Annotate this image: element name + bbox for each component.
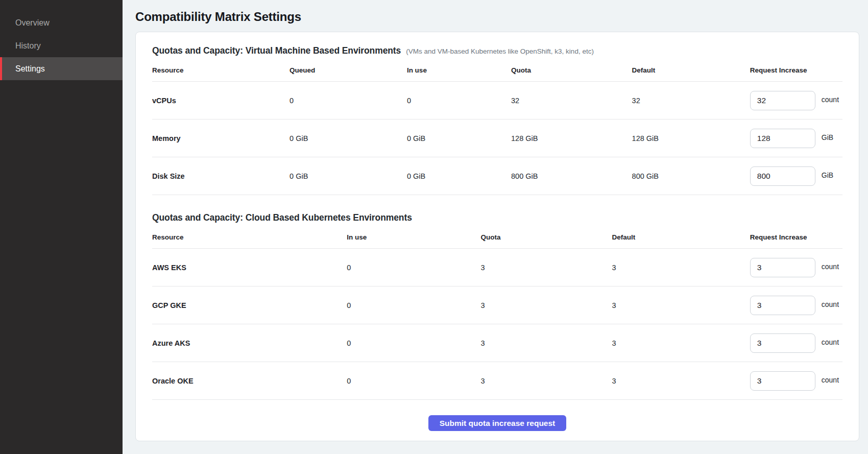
table-row-aws-eks: AWS EKS 0 3 3 count [152, 249, 842, 286]
cell-in-use: 0 GiB [407, 134, 511, 142]
azure-aks-request-input[interactable] [750, 333, 815, 353]
unit-label: count [822, 300, 839, 308]
column-header-queued: Queued [290, 63, 407, 81]
cell-request-increase: count [750, 296, 842, 315]
cell-queued: 0 GiB [290, 172, 407, 180]
cell-quota: 32 [511, 97, 632, 105]
submit-quota-increase-button[interactable]: Submit quota increase request [428, 415, 567, 431]
unit-label: count [822, 338, 839, 346]
column-header-resource: Resource [152, 230, 347, 248]
cloud-section-title: Quotas and Capacity: Cloud Based Kuberne… [152, 212, 412, 223]
sidebar-item-overview[interactable]: Overview [0, 11, 123, 34]
cell-resource: Azure AKS [152, 339, 347, 347]
table-row-vcpus: vCPUs 0 0 32 32 count [152, 82, 842, 120]
column-header-request-increase: Request Increase [750, 63, 842, 81]
cell-resource: Oracle OKE [152, 377, 347, 385]
cell-resource: Disk Size [152, 172, 290, 180]
column-header-quota: Quota [481, 230, 612, 248]
table-row-memory: Memory 0 GiB 0 GiB 128 GiB 128 GiB GiB [152, 120, 842, 157]
table-row-oracle-oke: Oracle OKE 0 3 3 count [152, 362, 842, 400]
cell-default: 800 GiB [632, 172, 750, 180]
cell-default: 32 [632, 97, 750, 105]
table-row-gcp-gke: GCP GKE 0 3 3 count [152, 286, 842, 324]
gcp-gke-request-input[interactable] [750, 296, 815, 315]
vm-table-header-row: Resource Queued In use Quota Default Req… [152, 63, 842, 82]
cell-default: 3 [612, 339, 750, 347]
cell-resource: AWS EKS [152, 264, 347, 272]
main-content: Compatibility Matrix Settings Quotas and… [123, 0, 868, 454]
cell-resource: vCPUs [152, 97, 290, 105]
column-header-default: Default [612, 230, 750, 248]
column-header-quota: Quota [511, 63, 632, 81]
cell-quota: 800 GiB [511, 172, 632, 180]
column-header-request-increase: Request Increase [750, 230, 842, 248]
unit-label: GiB [822, 133, 833, 141]
unit-label: GiB [822, 171, 833, 179]
vm-quota-table: Resource Queued In use Quota Default Req… [152, 63, 842, 195]
cell-default: 3 [612, 264, 750, 272]
cell-queued: 0 [290, 97, 407, 105]
vm-section-title: Quotas and Capacity: Virtual Machine Bas… [152, 45, 401, 56]
sidebar: Overview History Settings [0, 0, 123, 454]
cell-in-use: 0 [407, 97, 511, 105]
unit-label: count [822, 95, 839, 104]
cell-in-use: 0 GiB [407, 172, 511, 180]
cell-request-increase: count [750, 91, 842, 110]
cell-default: 128 GiB [632, 134, 750, 142]
column-header-resource: Resource [152, 63, 290, 81]
vm-section-subtitle: (VMs and VM-based Kubernetes like OpenSh… [406, 47, 594, 55]
cell-quota: 3 [481, 301, 612, 309]
column-header-in-use: In use [347, 230, 480, 248]
aws-eks-request-input[interactable] [750, 258, 815, 277]
cloud-table-header-row: Resource In use Quota Default Request In… [152, 230, 842, 249]
submit-button-row: Submit quota increase request [152, 415, 842, 431]
cell-in-use: 0 [347, 339, 480, 347]
sidebar-item-settings[interactable]: Settings [0, 57, 123, 80]
sidebar-nav: Overview History Settings [0, 11, 123, 80]
column-header-default: Default [632, 63, 750, 81]
oracle-oke-request-input[interactable] [750, 371, 815, 391]
cell-request-increase: GiB [750, 166, 842, 186]
cell-queued: 0 GiB [290, 134, 407, 142]
cell-request-increase: count [750, 333, 842, 353]
cell-default: 3 [612, 301, 750, 309]
cell-in-use: 0 [347, 377, 480, 385]
cell-resource: GCP GKE [152, 301, 347, 309]
page-title: Compatibility Matrix Settings [135, 10, 859, 24]
cell-request-increase: count [750, 371, 842, 391]
memory-request-input[interactable] [750, 129, 815, 148]
cell-request-increase: GiB [750, 129, 842, 148]
cloud-section-header: Quotas and Capacity: Cloud Based Kuberne… [152, 212, 842, 223]
cell-resource: Memory [152, 134, 290, 142]
app-root: Overview History Settings Compatibility … [0, 0, 868, 454]
table-row-disk-size: Disk Size 0 GiB 0 GiB 800 GiB 800 GiB Gi… [152, 157, 842, 195]
disk-size-request-input[interactable] [750, 166, 815, 186]
vcpus-request-input[interactable] [750, 91, 815, 110]
cloud-quota-table: Resource In use Quota Default Request In… [152, 230, 842, 400]
cell-quota: 128 GiB [511, 134, 632, 142]
cell-quota: 3 [481, 377, 612, 385]
unit-label: count [822, 376, 839, 384]
cell-in-use: 0 [347, 301, 480, 309]
table-row-azure-aks: Azure AKS 0 3 3 count [152, 324, 842, 362]
settings-card: Quotas and Capacity: Virtual Machine Bas… [135, 32, 859, 441]
column-header-in-use: In use [407, 63, 511, 81]
cell-in-use: 0 [347, 264, 480, 272]
unit-label: count [822, 262, 839, 271]
sidebar-item-history[interactable]: History [0, 34, 123, 57]
cell-request-increase: count [750, 258, 842, 277]
cell-quota: 3 [481, 339, 612, 347]
vm-section-header: Quotas and Capacity: Virtual Machine Bas… [152, 45, 842, 56]
cell-quota: 3 [481, 264, 612, 272]
cell-default: 3 [612, 377, 750, 385]
